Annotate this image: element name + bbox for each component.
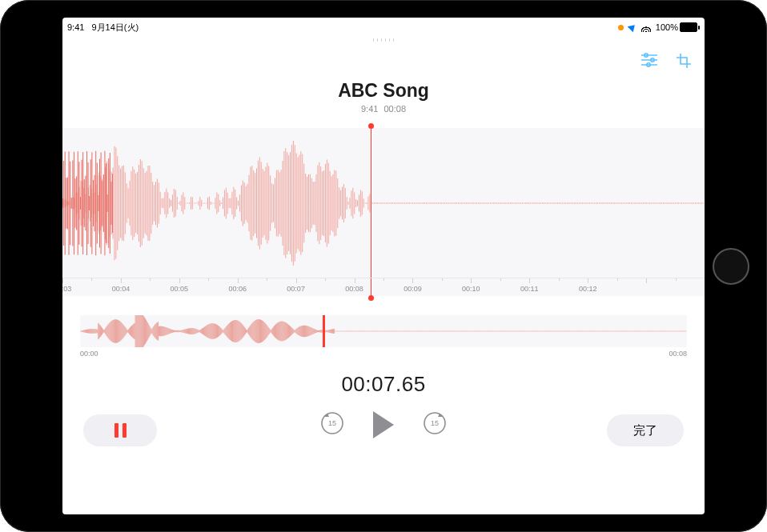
crop-trim-icon[interactable]: [676, 53, 692, 72]
timeline-tick-label: 00:10: [462, 285, 480, 293]
overview-start-label: 00:00: [80, 350, 98, 358]
battery-indicator: 100%: [656, 22, 700, 32]
battery-percent: 100%: [656, 22, 678, 32]
overview-cursor[interactable]: [323, 315, 325, 347]
done-button-label: 完了: [633, 423, 657, 438]
waveform-overview[interactable]: [80, 315, 687, 347]
wifi-icon: [641, 22, 651, 32]
status-bar: 9:41 9月14日(火) 100%: [62, 18, 705, 35]
settings-sliders-icon[interactable]: [641, 53, 658, 72]
timeline-tick-label: 00:06: [228, 285, 247, 293]
sheet-handle[interactable]: [373, 38, 394, 43]
timeline-tick-label: 00:11: [520, 285, 539, 293]
home-button[interactable]: [713, 248, 749, 285]
recording-title[interactable]: ABC Song: [62, 80, 705, 102]
elapsed-time: 00:07.65: [62, 372, 705, 397]
timeline-tick-label: 00:12: [579, 285, 597, 293]
recording-indicator-dot: [618, 25, 624, 30]
done-button[interactable]: 完了: [607, 414, 684, 446]
overview-end-label: 00:08: [669, 350, 687, 358]
recording-meta: 9:41 00:08: [62, 104, 705, 114]
playhead[interactable]: [371, 128, 371, 296]
pause-icon: [114, 423, 126, 438]
timeline-tick-label: 00:09: [404, 285, 422, 293]
app-screen: 9:41 9月14日(火) 100%: [62, 18, 705, 514]
location-icon: [627, 22, 637, 33]
recording-meta-time: 9:41: [361, 104, 378, 114]
timeline-tick-label: 00:03: [62, 285, 71, 293]
skip-back-15-button[interactable]: 15: [319, 410, 346, 440]
svg-text:15: 15: [328, 419, 336, 427]
svg-text:15: 15: [431, 419, 439, 427]
status-date: 9月14日(火): [91, 22, 139, 32]
timeline-tick-label: 00:07: [287, 285, 305, 293]
play-button[interactable]: [373, 411, 394, 438]
timeline-tick-label: 00:05: [171, 285, 189, 293]
timeline-ruler: 00:0300:0400:0500:0600:0700:0800:0900:10…: [62, 278, 705, 296]
skip-forward-15-button[interactable]: 15: [421, 410, 448, 440]
pause-recording-button[interactable]: [83, 414, 157, 446]
status-time: 9:41: [67, 22, 84, 32]
recording-meta-duration: 00:08: [384, 104, 406, 114]
waveform-main[interactable]: 00:0300:0400:0500:0600:0700:0800:0900:10…: [62, 128, 705, 296]
timeline-tick-label: 00:08: [345, 285, 363, 293]
timeline-tick-label: 00:04: [112, 285, 131, 293]
